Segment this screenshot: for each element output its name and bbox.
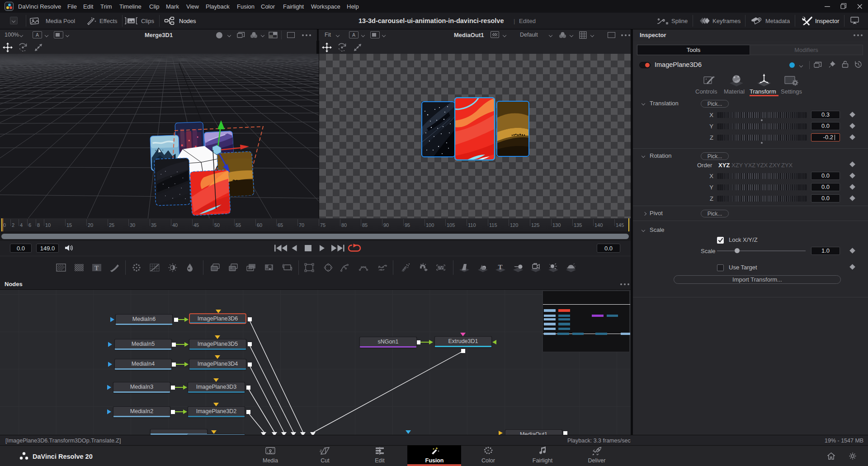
svg-text:T: T: [498, 264, 503, 271]
svg-text:T: T: [94, 265, 99, 272]
